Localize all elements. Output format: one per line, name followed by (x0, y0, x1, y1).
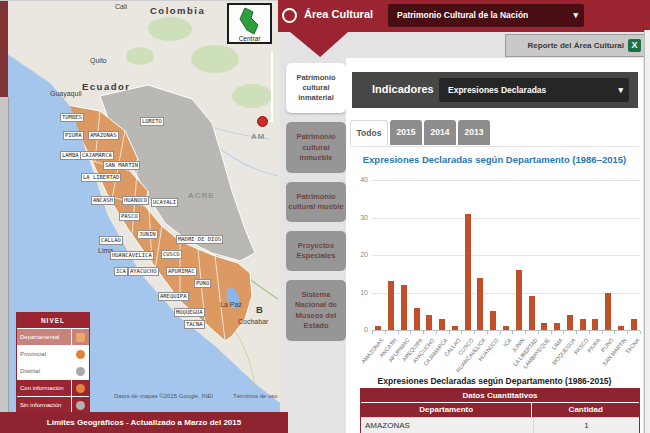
sidebar-item-patrimonio-cultural-mueble[interactable]: Patrimonio cultural mueble (286, 182, 346, 222)
table-title: Expresiones Declaradas según Departament… (346, 376, 643, 386)
content-panel: Indicadores Expresiones Declaradas ▾ Tod… (346, 58, 643, 433)
bar-puno (605, 293, 611, 331)
y-tick-30: 30 (346, 214, 368, 221)
map-label-la-libertad: LA LIBERTAD (81, 173, 121, 182)
legend-label: Sin información (17, 397, 71, 413)
map-label-acre: ACRE (188, 191, 215, 200)
map-label-tacna: TACNA (184, 320, 205, 329)
x-tick (640, 331, 641, 334)
sidebar-item-patrimonio-cultural-inmueble[interactable]: Patrimonio cultural inmueble (286, 122, 346, 172)
legend-swatch-cell (71, 397, 89, 413)
x-tick (576, 331, 577, 334)
map-label-apurimac: APURIMAC (166, 267, 197, 276)
bar-callao (452, 326, 458, 330)
legend-label: Con información (17, 380, 71, 396)
legend-title: NIVEL (17, 313, 89, 329)
legend-row-provincial[interactable]: Provincial (17, 346, 89, 363)
chevron-down-icon: ▾ (573, 4, 578, 27)
bar-apurimac (401, 285, 407, 330)
selected-location-marker[interactable] (257, 116, 268, 127)
map-label-quito: Quito (90, 57, 107, 64)
x-tick (627, 331, 628, 334)
table-group-header: Datos Cuantitativos (361, 389, 639, 403)
bar-piura (592, 319, 598, 330)
bar-huancavelica (477, 278, 483, 331)
area-cultural-label: Área Cultural (304, 8, 373, 20)
map-label-ecuador: Ecuador (82, 81, 131, 92)
sidebar-item-sistema-nacional-de-museos-del-estado[interactable]: Sistema Nacional de Museos del Estado (286, 280, 346, 341)
peru-shape-icon (237, 7, 263, 35)
map-label-san-martin: SAN MARTIN (103, 161, 140, 170)
map-label-am: AM (251, 132, 265, 141)
legend-row-distrital[interactable]: Distrital (17, 363, 89, 380)
map-label-tumbes: TUMBES (60, 113, 84, 122)
map-label-piura: PIURA (63, 131, 84, 140)
bar-lima (554, 323, 560, 331)
map-label-cochabar: Cochabar (238, 318, 268, 325)
legend-row-con-informaci-n[interactable]: Con información (17, 380, 89, 397)
x-tick (602, 331, 603, 334)
map-frame-edge (0, 1, 8, 97)
bar-ancash (388, 281, 394, 330)
legend-label: Distrital (17, 363, 71, 379)
gridline-20 (372, 255, 640, 256)
page-scrollbar[interactable] (644, 30, 650, 433)
x-tick (474, 331, 475, 334)
sidebar-item-patrimonio-cultural-inmaterial[interactable]: Patrimonio cultural inmaterial (286, 63, 346, 113)
legend-row-departamental[interactable]: Departamental (17, 329, 89, 346)
legend-label: Provincial (17, 346, 71, 362)
y-tick-20: 20 (346, 251, 368, 258)
pointer-pennant (290, 32, 348, 57)
map-label-callao: CALLAO (99, 236, 123, 245)
legend-swatch-cell (71, 329, 89, 345)
map-attribution: Datos de mapas ©2015 Google, INEI (114, 393, 213, 399)
map-label-amazonas: AMAZONAS (88, 131, 119, 140)
centrar-button[interactable]: Centrar (227, 3, 272, 44)
report-area-cultural-button[interactable]: Reporte del Área Cultural X (505, 34, 646, 57)
radio-circle-icon[interactable] (282, 8, 297, 23)
sidebar-item-proyectos-especiales[interactable]: Proyectos Especiales (286, 231, 346, 271)
map-legend: NIVEL DepartamentalProvincialDistritalCo… (16, 312, 90, 413)
x-tick (372, 331, 373, 334)
map-label-colombia: Colombia (150, 5, 205, 16)
map-footer: Límites Geográficos - Actualizado a Marz… (0, 412, 288, 433)
bar-tacna (631, 319, 637, 330)
x-tick (410, 331, 411, 334)
bar-amazonas (375, 326, 381, 330)
x-tick (512, 331, 513, 334)
map-label-ica: ICA (114, 267, 128, 276)
map-label-moquegua: MOQUEGUA (174, 308, 205, 317)
app-window: { "colors":{"accent_maroon":"#9a2531","d… (0, 0, 650, 433)
bar-chart: 010203040AMAZONASANCASHAPURIMACAREQUIPAA… (346, 58, 643, 378)
x-tick (525, 331, 526, 334)
legend-swatch (76, 333, 85, 342)
map-label-huancavelica: HUANCAVELICA (110, 251, 154, 260)
map-label-guayaquil: Guayaquil (50, 90, 82, 97)
x-tick (551, 331, 552, 334)
marker-leader-line (271, 51, 273, 122)
map-label-ucayali: UCAYALI (151, 198, 178, 207)
map[interactable]: CaliColombiaQuitoEcuadorGuayaquilACREAML… (0, 0, 280, 413)
bar-pasco (580, 319, 586, 330)
legend-row-sin-informaci-n[interactable]: Sin información (17, 397, 89, 413)
gridline-30 (372, 218, 640, 219)
map-label-ayacucho: AYACUCHO (128, 267, 159, 276)
legend-swatch (76, 384, 85, 393)
bar-junin (516, 270, 522, 330)
legend-swatch-cell (71, 363, 89, 379)
map-label-pasco: PASCO (119, 212, 140, 221)
bar-cajamarca (439, 319, 445, 330)
column-departamento: Departamento (361, 403, 532, 417)
map-label-cali: Cali (115, 3, 127, 10)
map-label-loreto: LORETO (140, 117, 164, 126)
x-tick (563, 331, 564, 334)
sidebar: Patrimonio cultural inmaterialPatrimonio… (286, 63, 346, 341)
terms-link[interactable]: Términos de uso (233, 393, 278, 399)
legend-swatch-cell (71, 380, 89, 396)
map-scrollbar[interactable] (0, 97, 9, 413)
report-label: Reporte del Área Cultural (528, 41, 624, 50)
map-label-arequipa: AREQUIPA (158, 292, 189, 301)
x-tick (538, 331, 539, 334)
gridline-10 (372, 293, 640, 294)
area-cultural-select[interactable]: Patrimonio Cultural de la Nación ▾ (388, 4, 584, 27)
